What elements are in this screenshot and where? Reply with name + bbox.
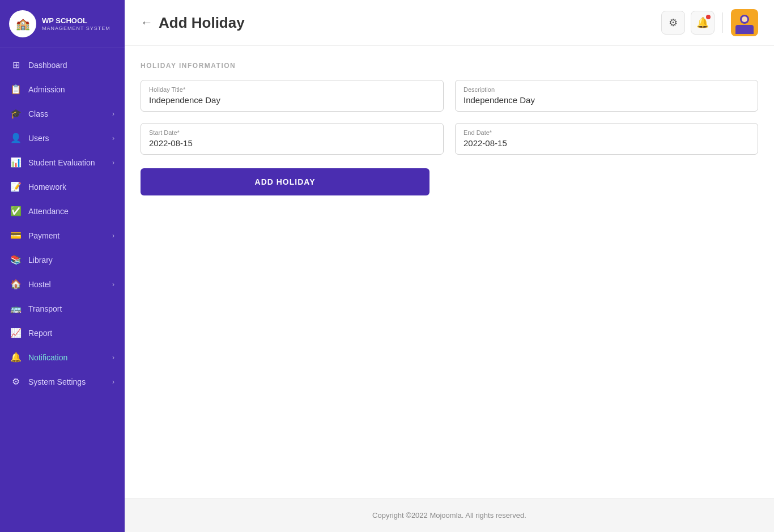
- end-date-field: End Date*: [455, 123, 758, 155]
- svg-point-3: [742, 16, 747, 22]
- sidebar-item-library[interactable]: 📚 Library: [0, 248, 125, 272]
- header: ← Add Holiday ⚙ 🔔: [125, 0, 774, 46]
- settings-button[interactable]: ⚙: [661, 11, 685, 35]
- system-settings-arrow: ›: [112, 378, 114, 386]
- add-holiday-button[interactable]: ADD HOLIDAY: [141, 168, 429, 195]
- avatar-image: [733, 11, 756, 34]
- page-title: Add Holiday: [159, 14, 245, 32]
- sidebar-item-hostel[interactable]: 🏠 Hostel ›: [0, 272, 125, 296]
- sidebar-item-admission[interactable]: 📋 Admission: [0, 77, 125, 101]
- report-icon: 📈: [10, 327, 22, 338]
- sidebar: 🏫 WP SCHOOL Management System ⊞ Dashboar…: [0, 0, 125, 532]
- sidebar-label-report: Report: [28, 329, 114, 338]
- sidebar-label-hostel: Hostel: [28, 280, 105, 289]
- sidebar-label-users: Users: [28, 134, 105, 143]
- transport-icon: 🚌: [10, 303, 22, 314]
- student-eval-arrow: ›: [112, 159, 114, 167]
- sidebar-label-class: Class: [28, 109, 105, 118]
- users-arrow: ›: [112, 134, 114, 142]
- sidebar-nav: ⊞ Dashboard 📋 Admission 🎓 Class › 👤 User…: [0, 48, 125, 532]
- sidebar-label-system-settings: System Settings: [28, 377, 105, 386]
- class-icon: 🎓: [10, 108, 22, 119]
- header-actions: ⚙ 🔔: [661, 9, 758, 36]
- description-label: Description: [463, 86, 750, 93]
- footer-text: Copyright ©2022 Mojoomla. All rights res…: [372, 511, 526, 520]
- gear-icon: ⚙: [669, 16, 678, 29]
- sidebar-item-dashboard[interactable]: ⊞ Dashboard: [0, 53, 125, 77]
- sidebar-label-student-eval: Student Evaluation: [28, 158, 105, 167]
- sidebar-label-admission: Admission: [28, 85, 114, 94]
- form-grid: Holiday Title* Description Start Date* E…: [141, 80, 758, 155]
- sidebar-item-homework[interactable]: 📝 Homework: [0, 175, 125, 199]
- end-date-input[interactable]: [463, 138, 750, 148]
- sidebar-item-transport[interactable]: 🚌 Transport: [0, 296, 125, 321]
- sidebar-logo: 🏫 WP SCHOOL Management System: [0, 0, 125, 48]
- notification-badge: [706, 15, 711, 19]
- hostel-icon: 🏠: [10, 279, 22, 290]
- logo-emoji: 🏫: [16, 17, 30, 31]
- end-date-label: End Date*: [463, 129, 750, 136]
- sidebar-item-system-settings[interactable]: ⚙ System Settings ›: [0, 369, 125, 394]
- sidebar-item-student-evaluation[interactable]: 📊 Student Evaluation ›: [0, 150, 125, 175]
- sidebar-item-notification[interactable]: 🔔 Notification ›: [0, 345, 125, 369]
- user-avatar[interactable]: [731, 9, 758, 36]
- sidebar-item-class[interactable]: 🎓 Class ›: [0, 101, 125, 126]
- sidebar-label-payment: Payment: [28, 231, 105, 240]
- brand-sub: Management System: [42, 25, 110, 31]
- bell-button[interactable]: 🔔: [691, 11, 715, 35]
- sidebar-item-payment[interactable]: 💳 Payment ›: [0, 223, 125, 248]
- system-settings-icon: ⚙: [10, 376, 22, 387]
- header-divider: [722, 12, 723, 33]
- class-arrow: ›: [112, 110, 114, 118]
- notification-icon: 🔔: [10, 352, 22, 363]
- student-eval-icon: 📊: [10, 157, 22, 168]
- start-date-input[interactable]: [149, 138, 435, 148]
- main-content: ← Add Holiday ⚙ 🔔: [125, 0, 774, 532]
- users-icon: 👤: [10, 133, 22, 143]
- description-input[interactable]: [463, 95, 750, 105]
- svg-rect-2: [735, 25, 754, 34]
- description-field: Description: [455, 80, 758, 112]
- brand-name: WP SCHOOL: [42, 16, 110, 25]
- sidebar-label-dashboard: Dashboard: [28, 61, 114, 70]
- sidebar-label-notification: Notification: [28, 353, 105, 362]
- start-date-field: Start Date*: [141, 123, 444, 155]
- admission-icon: 📋: [10, 84, 22, 95]
- dashboard-icon: ⊞: [10, 59, 22, 70]
- header-title-group: ← Add Holiday: [141, 14, 245, 32]
- payment-arrow: ›: [112, 232, 114, 240]
- sidebar-item-attendance[interactable]: ✅ Attendance: [0, 199, 125, 223]
- sidebar-item-report[interactable]: 📈 Report: [0, 321, 125, 345]
- homework-icon: 📝: [10, 181, 22, 192]
- section-label: HOLIDAY INFORMATION: [141, 62, 758, 70]
- sidebar-label-transport: Transport: [28, 304, 114, 313]
- notification-arrow: ›: [112, 354, 114, 361]
- page-body: HOLIDAY INFORMATION Holiday Title* Descr…: [125, 46, 774, 498]
- hostel-arrow: ›: [112, 280, 114, 288]
- sidebar-label-library: Library: [28, 256, 114, 265]
- payment-icon: 💳: [10, 230, 22, 241]
- attendance-icon: ✅: [10, 206, 22, 216]
- sidebar-label-attendance: Attendance: [28, 207, 114, 216]
- library-icon: 📚: [10, 254, 22, 265]
- holiday-title-label: Holiday Title*: [149, 86, 435, 93]
- start-date-label: Start Date*: [149, 129, 435, 136]
- logo-icon: 🏫: [9, 10, 36, 37]
- sidebar-item-users[interactable]: 👤 Users ›: [0, 126, 125, 150]
- holiday-title-field: Holiday Title*: [141, 80, 444, 112]
- back-button[interactable]: ←: [141, 15, 153, 30]
- holiday-title-input[interactable]: [149, 95, 435, 105]
- sidebar-label-homework: Homework: [28, 182, 114, 191]
- footer: Copyright ©2022 Mojoomla. All rights res…: [125, 498, 774, 532]
